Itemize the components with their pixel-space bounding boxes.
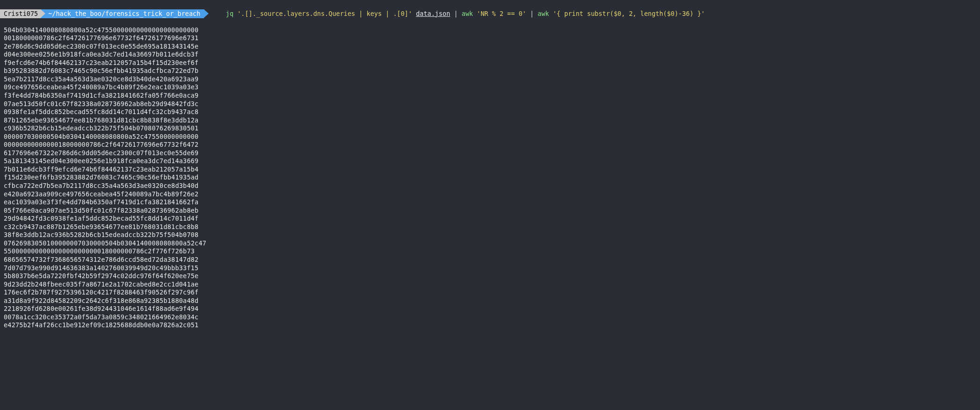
output-line: c936b5282b6cb15edeadccb322b75f504b070807… [4, 124, 980, 133]
prompt-user: Cristi075 [0, 9, 41, 19]
output-line: 38f8e3ddb12ac936b5282b6cb15edeadccb322b7… [4, 231, 980, 239]
output-line: 29d94842fd3c0938fe1af5ddc852becad55fc8dd… [4, 215, 980, 223]
input-file: data.json [416, 10, 450, 17]
terminal-output[interactable]: 504b0304140008080800a52c4755000000000000… [0, 26, 980, 330]
output-line: 6177696e67322e786d6c9dd05d6ec2300c07f013… [4, 149, 980, 158]
output-line: 09ce497656ceabea45f240089a7bc4b89f26e2ea… [4, 83, 980, 92]
output-line: a31d8a9f922d84582209c2642c6f318e868a9238… [4, 297, 980, 305]
output-line: 87b1265ebe93654677ee81b768031d81cbc8b838… [4, 116, 980, 125]
output-line: b395283882d76083c7465c90c56efbb41935adcf… [4, 67, 980, 75]
output-line: c32cb9437ac887b1265ebe93654677ee81b76803… [4, 223, 980, 231]
output-line: 0078a1cc320ce35372a0f5da73a0859c34802166… [4, 313, 980, 322]
awk-command-2: awk [537, 10, 549, 17]
output-line: 0000000000000018000000786c2f64726177696e… [4, 141, 980, 149]
prompt-line[interactable]: Cristi075 ~/hack_the_boo/forensics_trick… [0, 0, 980, 26]
awk-arg-2: '{ print substr($0, 2, length($0)-36) }' [553, 10, 705, 17]
output-line: f15d230eef6fb395283882d76083c7465c90c56e… [4, 173, 980, 182]
output-line: eac1039a03e3f3fe4dd784b6350af7419d1cfa38… [4, 198, 980, 207]
output-line: 68656574732f7368656574312e786d6ccd58ed72… [4, 256, 980, 264]
output-line: 0938fe1af5ddc852becad55fc8dd14c7011d4fc3… [4, 108, 980, 116]
output-line: 2218926fd6280e00261fe38d924431046e1614f8… [4, 305, 980, 313]
output-line: 05f766e0aca907ae513d50fc01c67f82338a0287… [4, 207, 980, 215]
jq-command: jq [226, 10, 233, 17]
pipe-1: | [450, 10, 461, 17]
output-line: e420a6923aa909ce497656ceabea45f240089a7b… [4, 190, 980, 199]
output-line: 9d23dd2b248fbeec035f7a8671e2a1702cabed8e… [4, 281, 980, 289]
output-line: 7d07d793e990d914636383a1402760039949d20c… [4, 264, 980, 273]
output-line: cfbca722ed7b5ea7b2117d8cc35a4a563d3ae032… [4, 182, 980, 190]
jq-filter-arg: '.[]._source.layers.dns.Queries | keys |… [237, 10, 412, 17]
output-line: f9efcd6e74b6f84462137c23eab212057a15b4f1… [4, 59, 980, 67]
output-line: 0018000000786c2f64726177696e67732f647261… [4, 34, 980, 43]
output-line: 2e786d6c9dd05d6ec2300c07f013ec0e55de695a… [4, 43, 980, 51]
output-line: 504b0304140008080800a52c4755000000000000… [4, 26, 980, 35]
output-line: e4275b2f4af26cc1be912ef09c1825688ddb0e0a… [4, 321, 980, 330]
output-line: 07626983050100000007030000504b0304140008… [4, 239, 980, 248]
output-line: 000007030000504b0304140008080800a52c4755… [4, 133, 980, 141]
output-line: 550000000000000000000000018000000786c2f7… [4, 247, 980, 256]
command-text[interactable]: jq '.[]._source.layers.dns.Queries | key… [204, 1, 705, 26]
output-line: f3fe4dd784b6350af7419d1cfa3821841662fa05… [4, 92, 980, 100]
output-line: 5ea7b2117d8cc35a4a563d3ae0320ce8d3b40de4… [4, 75, 980, 84]
awk-arg-1: 'NR % 2 == 0' [477, 10, 526, 17]
output-line: 7b011e6dcb3ff9efcd6e74b6f84462137c23eab2… [4, 165, 980, 174]
pipe-2: | [526, 10, 537, 17]
prompt-path: ~/hack_the_boo/forensics_trick_or_breach [41, 9, 204, 19]
output-line: 07ae513d50fc01c67f82338a028736962ab8eb29… [4, 100, 980, 108]
output-line: 5b8037b6e5da7220fbf42b59f2974c02ddc976f6… [4, 272, 980, 281]
output-line: 5a181343145ed04e300ee0256e1b918fca0ea3dc… [4, 157, 980, 165]
awk-command-1: awk [462, 10, 473, 17]
output-line: d04e300ee0256e1b918fca0ea3dc7ed14a36697b… [4, 50, 980, 59]
output-line: 176ec6f2b787f9275396120c4217f8288463f905… [4, 288, 980, 297]
